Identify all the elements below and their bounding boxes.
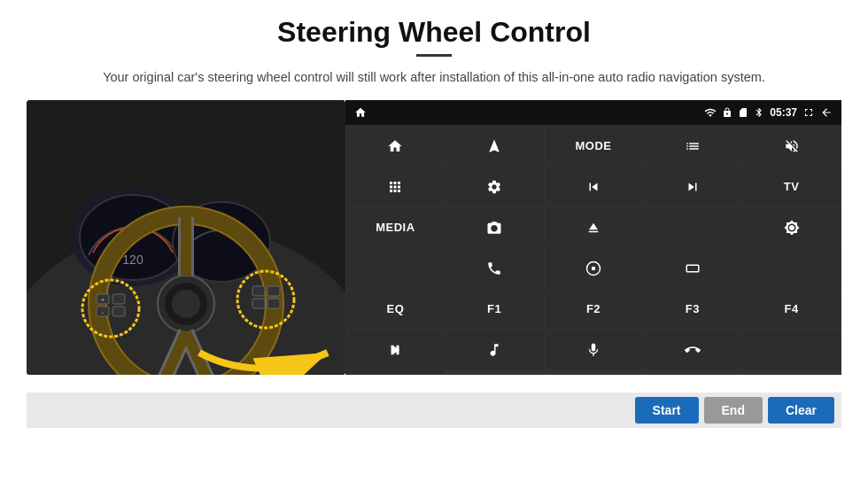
svg-rect-27 [267, 286, 280, 296]
brightness-button[interactable] [742, 207, 841, 247]
title-underline [416, 54, 452, 57]
rect-button[interactable] [643, 248, 741, 288]
home-button[interactable] [346, 126, 445, 166]
media-button[interactable]: MEDIA [346, 207, 445, 247]
end-button[interactable]: End [704, 397, 763, 424]
svg-rect-25 [252, 286, 265, 296]
svg-rect-32 [686, 265, 699, 272]
svg-text:120: 120 [122, 253, 143, 267]
tv-button[interactable]: TV [742, 167, 841, 206]
f4-button[interactable]: F3 [643, 289, 741, 329]
f5-button[interactable]: F4 [742, 289, 841, 329]
camera360-button[interactable] [446, 207, 544, 247]
head-unit-panel: 05:37 [345, 100, 841, 375]
svg-text:+: + [101, 297, 105, 303]
eq-button[interactable] [742, 248, 841, 288]
next-button[interactable] [643, 167, 741, 206]
prev-button[interactable] [545, 167, 643, 206]
mute-button[interactable] [742, 126, 841, 166]
svg-point-10 [172, 290, 200, 318]
settings-button[interactable] [446, 167, 544, 206]
dvd-button[interactable] [346, 248, 445, 288]
list-button[interactable] [643, 126, 741, 166]
apps-button[interactable] [346, 167, 445, 206]
wifi-icon [704, 106, 717, 119]
svg-point-31 [592, 266, 596, 270]
start-button[interactable]: Start [635, 397, 699, 424]
clear-button[interactable]: Clear [768, 397, 834, 424]
eject-button[interactable] [545, 207, 643, 247]
steering-wheel-image: 120 [27, 100, 345, 375]
status-bar-left [354, 106, 367, 119]
phone-button[interactable] [446, 248, 544, 288]
music-button[interactable] [446, 330, 544, 369]
lock-icon [722, 107, 732, 118]
navigate-button[interactable] [446, 126, 544, 166]
home-status-icon [354, 106, 367, 119]
playpause-button[interactable] [346, 330, 445, 369]
svg-rect-26 [252, 299, 265, 308]
f2-button[interactable]: F1 [446, 289, 544, 329]
radio-button[interactable] [643, 207, 741, 247]
svg-rect-28 [267, 299, 280, 308]
sim-icon [738, 107, 748, 118]
status-bar-right: 05:37 [704, 106, 833, 119]
back-icon [820, 106, 833, 119]
f1-button[interactable]: EQ [346, 289, 445, 329]
control-button-grid: MODE TV [345, 125, 841, 375]
bottom-bar: Start End Clear [27, 393, 841, 428]
content-row: 120 [27, 100, 841, 393]
mic-button[interactable] [545, 330, 643, 369]
svg-rect-24 [112, 307, 125, 316]
empty1-button[interactable] [742, 330, 841, 369]
f3-button[interactable]: F2 [545, 289, 643, 329]
svg-rect-23 [112, 294, 125, 304]
empty2-button[interactable] [346, 370, 445, 374]
page-container: Steering Wheel Control Your original car… [0, 0, 868, 482]
mode-button[interactable]: MODE [545, 126, 643, 166]
bluetooth-icon [754, 107, 764, 118]
hangup-button[interactable] [643, 330, 741, 369]
status-bar: 05:37 [345, 100, 841, 125]
status-time: 05:37 [770, 106, 797, 119]
navi2-button[interactable] [545, 248, 643, 288]
page-subtitle: Your original car's steering wheel contr… [103, 67, 765, 88]
fullscreen-icon [802, 106, 815, 119]
page-title: Steering Wheel Control [277, 16, 591, 49]
